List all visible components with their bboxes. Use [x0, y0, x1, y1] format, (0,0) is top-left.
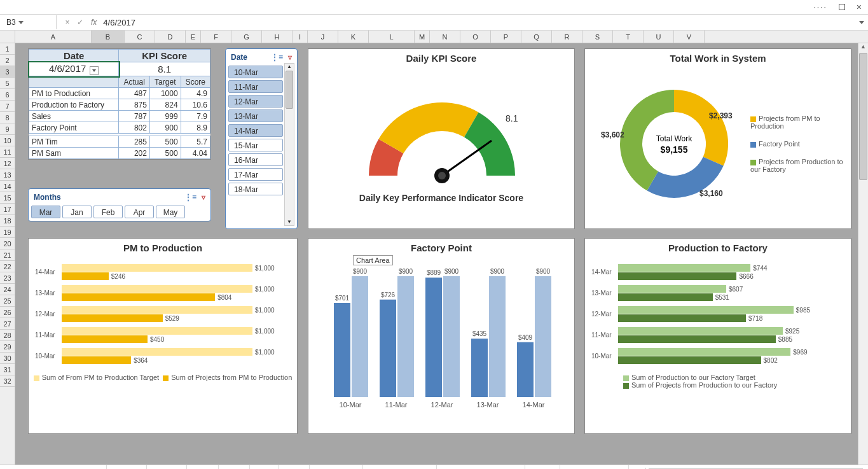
- row-25[interactable]: 25: [0, 295, 15, 307]
- row-30[interactable]: 30: [0, 353, 15, 364]
- col-K[interactable]: K: [338, 31, 369, 43]
- slicer-item[interactable]: 16-Mar: [228, 153, 283, 166]
- slicer-item[interactable]: Mar: [31, 206, 60, 218]
- row-6[interactable]: 6: [0, 89, 15, 101]
- col-D[interactable]: D: [155, 31, 186, 43]
- donut-card[interactable]: Total Work in System Total Work $9,155 $…: [584, 48, 851, 229]
- row-3[interactable]: 3: [0, 66, 15, 78]
- row-27[interactable]: 27: [0, 318, 15, 330]
- sheet-tab[interactable]: Tim & Sam: [310, 465, 363, 470]
- col-E[interactable]: E: [186, 31, 201, 43]
- sheet-tab[interactable]: Sales: [525, 465, 560, 470]
- slicer-item[interactable]: Jan: [62, 206, 92, 218]
- col-T[interactable]: T: [613, 31, 644, 43]
- score-cell[interactable]: 8.1: [119, 62, 210, 76]
- slicer-item[interactable]: 12-Mar: [228, 95, 283, 108]
- row-12[interactable]: 12: [0, 158, 15, 169]
- col-J[interactable]: J: [308, 31, 338, 43]
- table-row-label[interactable]: PM Tim: [29, 136, 119, 148]
- row-10[interactable]: 10: [0, 135, 15, 146]
- sheet-tab[interactable]: Production to Factory: [437, 465, 525, 470]
- sheet-tab[interactable]: Dashboard: [51, 465, 107, 470]
- slicer-item[interactable]: Apr: [125, 206, 154, 218]
- slicer-item[interactable]: 11-Mar: [228, 80, 283, 93]
- row-24[interactable]: 24: [0, 284, 15, 295]
- row-19[interactable]: 19: [0, 227, 15, 238]
- row-8[interactable]: 8: [0, 112, 15, 123]
- slicer-item[interactable]: May: [156, 206, 185, 218]
- pm-to-production-chart[interactable]: PM to Production 14-Mar$1,000$24613-Mar$…: [28, 238, 298, 434]
- close-icon[interactable]: ×: [857, 2, 862, 12]
- factory-point-chart[interactable]: Chart Area Factory Point $701$90010-Mar$…: [308, 238, 575, 434]
- slicer-item[interactable]: 10-Mar: [228, 66, 283, 78]
- row-32[interactable]: 32: [0, 375, 15, 387]
- col-S[interactable]: S: [582, 31, 613, 43]
- col-P[interactable]: P: [491, 31, 521, 43]
- row-29[interactable]: 29: [0, 341, 15, 353]
- col-N[interactable]: N: [430, 31, 460, 43]
- clear-filter-icon[interactable]: ▿: [202, 193, 205, 202]
- table-row-label[interactable]: Sales: [29, 111, 119, 122]
- select-all-cell[interactable]: [0, 31, 15, 43]
- row-18[interactable]: 18: [0, 215, 15, 227]
- col-H[interactable]: H: [262, 31, 293, 43]
- production-to-factory-chart[interactable]: Production to Factory 14-Mar$744$66613-M…: [584, 238, 851, 434]
- cancel-icon[interactable]: ×: [63, 18, 72, 27]
- col-Q[interactable]: Q: [521, 31, 552, 43]
- col-I[interactable]: I: [293, 31, 308, 43]
- worksheet-canvas[interactable]: Date KPI Score 4/6/2017 8.1 ActualTarget…: [15, 43, 868, 465]
- name-box[interactable]: B3: [4, 16, 50, 29]
- row-2[interactable]: 2: [0, 55, 15, 66]
- formula-input[interactable]: 4/6/2017: [103, 18, 853, 27]
- col-B[interactable]: B: [92, 31, 125, 43]
- confirm-icon[interactable]: ✓: [76, 18, 85, 27]
- row-17[interactable]: 17: [0, 204, 15, 215]
- slicer-item[interactable]: 15-Mar: [228, 139, 283, 151]
- row-13[interactable]: 13: [0, 169, 15, 181]
- sheet-tab[interactable]: Sam: [279, 465, 310, 470]
- chevron-down-icon[interactable]: [90, 66, 99, 75]
- gauge-card[interactable]: Daily KPI Score 8.1 Daily Key Performanc…: [308, 48, 575, 229]
- row-5[interactable]: 5: [0, 78, 15, 89]
- col-C[interactable]: C: [125, 31, 155, 43]
- sheet-tab[interactable]: PM to production: [363, 465, 437, 470]
- vertical-scrollbar[interactable]: ▲: [858, 43, 868, 465]
- table-row-label[interactable]: Production to Factory: [29, 99, 119, 111]
- col-F[interactable]: F: [201, 31, 231, 43]
- formula-expand-icon[interactable]: [859, 21, 864, 24]
- row-21[interactable]: 21: [0, 249, 15, 261]
- ribbon-display-icon[interactable]: [839, 4, 845, 10]
- row-9[interactable]: 9: [0, 123, 15, 135]
- col-M[interactable]: M: [415, 31, 430, 43]
- table-row-label[interactable]: PM Sam: [29, 148, 119, 159]
- slicer-scrollbar[interactable]: ▲ ▼: [284, 63, 294, 226]
- col-U[interactable]: U: [644, 31, 674, 43]
- slicer-item[interactable]: 18-Mar: [228, 183, 283, 195]
- sheet-tab[interactable]: PMs: [219, 465, 250, 470]
- sheet-tab[interactable]: Data: [187, 465, 219, 470]
- fx-icon[interactable]: fx: [91, 18, 97, 27]
- slicer-item[interactable]: 13-Mar: [228, 109, 283, 122]
- col-O[interactable]: O: [460, 31, 491, 43]
- row-26[interactable]: 26: [0, 307, 15, 318]
- row-23[interactable]: 23: [0, 272, 15, 284]
- col-R[interactable]: R: [552, 31, 582, 43]
- row-20[interactable]: 20: [0, 238, 15, 249]
- col-L[interactable]: L: [369, 31, 415, 43]
- multiselect-icon[interactable]: ⋮≡: [271, 53, 283, 62]
- row-7[interactable]: 7: [0, 101, 15, 112]
- slicer-item[interactable]: Feb: [93, 206, 123, 218]
- slicer-item[interactable]: 14-Mar: [228, 124, 283, 137]
- col-V[interactable]: V: [674, 31, 705, 43]
- date-cell[interactable]: 4/6/2017: [29, 62, 119, 76]
- row-22[interactable]: 22: [0, 261, 15, 272]
- row-11[interactable]: 11: [0, 146, 15, 158]
- row-14[interactable]: 14: [0, 181, 15, 192]
- row-31[interactable]: 31: [0, 364, 15, 375]
- table-row-label[interactable]: Factory Point: [29, 122, 119, 134]
- row-15[interactable]: 15: [0, 192, 15, 204]
- sheet-tab[interactable]: Factory Poin …: [560, 465, 629, 470]
- sheet-tab[interactable]: Sheet2: [107, 465, 147, 470]
- row-1[interactable]: 1: [0, 43, 15, 55]
- row-28[interactable]: 28: [0, 330, 15, 341]
